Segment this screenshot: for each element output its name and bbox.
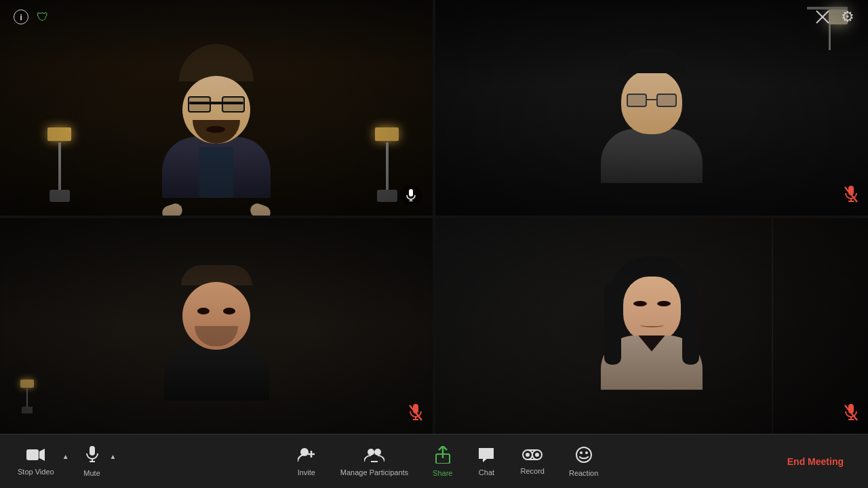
top-bar-right: ⚙ xyxy=(815,8,854,26)
chat-icon xyxy=(477,447,495,466)
stop-video-chevron[interactable]: ▲ xyxy=(62,453,69,460)
invite-icon xyxy=(298,447,315,466)
record-label: Record xyxy=(520,467,544,475)
video-cell-3 xyxy=(0,218,433,434)
svg-point-35 xyxy=(576,447,591,462)
participant-4-video xyxy=(435,218,868,434)
manage-participants-icon xyxy=(364,447,384,466)
video-grid xyxy=(0,0,868,434)
toolbar-right: End Meeting xyxy=(776,451,854,472)
svg-point-36 xyxy=(580,451,583,454)
top-bar: i 🛡 ⚙ xyxy=(0,0,868,34)
stop-video-button[interactable]: Stop Video xyxy=(7,443,65,480)
manage-participants-label: Manage Participants xyxy=(340,468,408,476)
reaction-label: Reaction xyxy=(569,469,598,477)
end-meeting-button[interactable]: End Meeting xyxy=(776,451,854,472)
share-button[interactable]: Share xyxy=(422,442,463,481)
share-icon xyxy=(435,446,451,466)
toolbar: Stop Video ▲ Mute ▲ xyxy=(0,434,868,488)
chat-label: Chat xyxy=(479,468,494,476)
stop-video-icon xyxy=(26,447,45,465)
svg-rect-19 xyxy=(90,446,95,455)
record-button[interactable]: Record xyxy=(509,444,555,479)
muted-icon-4 xyxy=(844,404,859,426)
info-button[interactable]: i xyxy=(14,9,28,24)
invite-button[interactable]: Invite xyxy=(286,443,327,481)
record-icon xyxy=(522,448,542,464)
invite-label: Invite xyxy=(298,468,315,476)
svg-rect-17 xyxy=(26,449,39,460)
top-bar-left: i 🛡 xyxy=(14,9,49,24)
toolbar-left: Stop Video ▲ Mute ▲ xyxy=(7,442,119,481)
mute-label: Mute xyxy=(83,469,100,477)
muted-icon-2 xyxy=(844,186,859,207)
pin-button[interactable] xyxy=(815,9,830,24)
toolbar-center: Invite Manage Participants xyxy=(119,442,776,481)
participant-3-video xyxy=(0,218,433,434)
chat-button[interactable]: Chat xyxy=(466,443,507,481)
share-label: Share xyxy=(433,469,452,477)
shield-button[interactable]: 🛡 xyxy=(37,10,49,24)
svg-point-26 xyxy=(374,449,381,455)
reaction-button[interactable]: Reaction xyxy=(558,442,609,481)
mute-button[interactable]: Mute xyxy=(72,442,113,481)
svg-marker-18 xyxy=(39,449,45,461)
svg-point-37 xyxy=(585,451,588,454)
svg-point-30 xyxy=(526,453,530,457)
manage-participants-button[interactable]: Manage Participants xyxy=(330,443,419,481)
stop-video-label: Stop Video xyxy=(18,468,54,476)
settings-button[interactable]: ⚙ xyxy=(841,8,854,26)
stop-video-group: Stop Video ▲ xyxy=(7,443,72,480)
video-cell-4 xyxy=(435,218,868,434)
active-mic-icon-1 xyxy=(400,184,422,206)
svg-point-25 xyxy=(368,449,374,455)
svg-rect-2 xyxy=(409,189,413,197)
mute-icon xyxy=(85,446,100,466)
mute-chevron[interactable]: ▲ xyxy=(110,453,117,460)
reaction-icon xyxy=(575,446,593,466)
svg-point-32 xyxy=(535,453,539,457)
mute-group: Mute ▲ xyxy=(72,442,119,481)
muted-icon-3 xyxy=(408,404,423,426)
